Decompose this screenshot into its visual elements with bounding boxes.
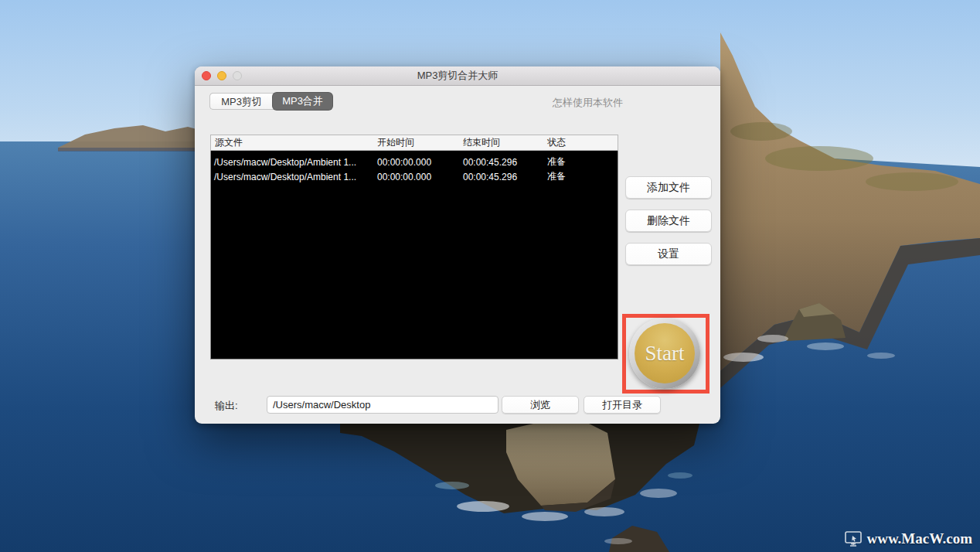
settings-button[interactable]: 设置	[625, 243, 712, 265]
table-body[interactable]: /Users/macw/Desktop/Ambient 1... 00:00:0…	[210, 151, 618, 359]
watermark-text: www.MacW.com	[867, 530, 973, 547]
cell-status: 准备	[544, 170, 618, 183]
start-button-label: Start	[645, 342, 685, 366]
monitor-icon	[845, 531, 863, 547]
column-source: 源文件	[211, 136, 373, 149]
output-label: 输出:	[215, 399, 238, 413]
table-row[interactable]: /Users/macw/Desktop/Ambient 1... 00:00:0…	[211, 155, 618, 169]
output-path-input[interactable]	[267, 396, 499, 414]
output-row: 输出: 浏览 打开目录	[195, 396, 720, 414]
browse-button[interactable]: 浏览	[502, 396, 579, 414]
app-window: MP3剪切合并大师 MP3剪切 MP3合并 怎样使用本软件 源文件 开始时间 结…	[195, 66, 720, 424]
window-titlebar[interactable]: MP3剪切合并大师	[195, 66, 720, 86]
table-header: 源文件 开始时间 结束时间 状态	[210, 135, 618, 151]
start-button-face: Start	[635, 323, 695, 383]
column-start-time: 开始时间	[373, 136, 459, 149]
cell-start-time: 00:00:00.000	[374, 172, 460, 182]
cell-source: /Users/macw/Desktop/Ambient 1...	[211, 157, 374, 168]
mode-segmented-control: MP3剪切 MP3合并	[209, 93, 332, 110]
open-directory-button[interactable]: 打开目录	[584, 396, 661, 414]
window-title: MP3剪切合并大师	[195, 66, 720, 85]
column-end-time: 结束时间	[459, 136, 543, 149]
add-file-button[interactable]: 添加文件	[625, 176, 712, 199]
cell-start-time: 00:00:00.000	[374, 157, 460, 168]
window-content: MP3剪切 MP3合并 怎样使用本软件 源文件 开始时间 结束时间 状态 /Us…	[195, 85, 720, 424]
cell-source: /Users/macw/Desktop/Ambient 1...	[211, 172, 374, 182]
watermark: www.MacW.com	[845, 530, 973, 547]
tab-mp3-merge[interactable]: MP3合并	[273, 93, 332, 110]
start-button[interactable]: Start	[629, 318, 700, 389]
remove-file-button[interactable]: 删除文件	[625, 210, 712, 232]
cell-status: 准备	[544, 155, 618, 169]
column-status: 状态	[543, 136, 618, 149]
cell-end-time: 00:00:45.296	[460, 157, 544, 168]
table-row[interactable]: /Users/macw/Desktop/Ambient 1... 00:00:0…	[211, 169, 618, 184]
tab-mp3-cut[interactable]: MP3剪切	[209, 93, 273, 110]
cell-end-time: 00:00:45.296	[460, 172, 544, 182]
help-link[interactable]: 怎样使用本软件	[553, 96, 623, 110]
file-table: 源文件 开始时间 结束时间 状态 /Users/macw/Desktop/Amb…	[210, 135, 618, 359]
